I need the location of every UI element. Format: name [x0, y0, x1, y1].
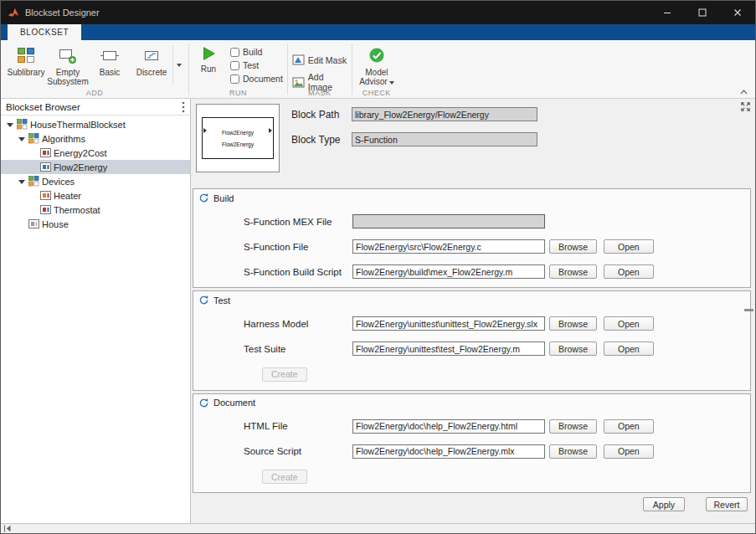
blockset-browser-panel: Blockset Browser H	[1, 99, 191, 523]
open-button[interactable]: Open	[604, 264, 654, 279]
group-label-run: RUN	[189, 89, 287, 97]
expand-arrow-icon[interactable]	[18, 180, 25, 184]
tree-item-devices[interactable]: Devices	[1, 174, 190, 188]
block-icon	[40, 191, 51, 200]
run-label: Run	[201, 64, 216, 74]
browse-button[interactable]: Browse	[549, 316, 597, 331]
create-test-button[interactable]: Create	[262, 367, 307, 382]
harness-model-input[interactable]	[352, 316, 545, 331]
maximize-button[interactable]	[685, 1, 720, 24]
tree-item-label: Algorithms	[42, 134, 85, 144]
preview-block-caption: Flow2Energy	[222, 141, 254, 147]
model-advisor-label: Model Advisor	[359, 68, 388, 86]
sublibrary-button[interactable]: Sublibrary	[5, 43, 47, 87]
expand-icon	[740, 101, 751, 112]
browser-title: Blockset Browser	[6, 102, 80, 112]
expand-arrow-icon[interactable]	[7, 123, 13, 127]
ribbon-tabband: BLOCKSET	[1, 24, 755, 40]
chevron-down-icon	[389, 81, 394, 85]
preview-block-name: Flow2Energy	[222, 130, 254, 136]
tree-item-algorithms[interactable]: Algorithms	[1, 131, 190, 146]
blockset-icon	[17, 119, 28, 130]
browse-button[interactable]: Browse	[549, 239, 597, 254]
source-script-label: Source Script	[244, 446, 352, 456]
checkbox-document[interactable]: Document	[230, 74, 283, 84]
build-checkbox-label: Build	[243, 47, 262, 57]
group-label-add: ADD	[1, 89, 188, 97]
html-file-input[interactable]	[352, 419, 545, 434]
blockset-tree: HouseThermalBlockset Algorithms	[1, 116, 190, 231]
discrete-button[interactable]: Discrete	[131, 43, 172, 87]
scrollbar-thumb[interactable]	[744, 309, 753, 311]
create-document-button[interactable]: Create	[262, 470, 307, 484]
open-button[interactable]: Open	[604, 239, 654, 254]
group-label-check: CHECK	[352, 89, 401, 97]
browse-button[interactable]: Browse	[549, 419, 597, 434]
browser-menu-button[interactable]	[182, 101, 185, 113]
matlab-logo-icon	[8, 7, 19, 18]
browse-button[interactable]: Browse	[549, 444, 597, 459]
tree-item-label: Thermostat	[54, 205, 100, 215]
collapse-ribbon-button[interactable]	[739, 88, 748, 95]
apply-button[interactable]: Apply	[643, 497, 685, 511]
tree-item-house[interactable]: House	[1, 217, 190, 231]
open-button[interactable]: Open	[604, 341, 654, 356]
run-button[interactable]: Run	[193, 43, 224, 87]
section-build: Build S-Function MEX File S-Function Fil…	[193, 188, 751, 288]
test-suite-input[interactable]	[352, 341, 545, 356]
status-bar	[1, 523, 755, 533]
checkbox-test[interactable]: Test	[230, 60, 283, 70]
build-checkbox-input[interactable]	[230, 48, 239, 57]
model-advisor-button[interactable]: Model Advisor	[357, 43, 397, 87]
harness-model-label: Harness Model	[244, 319, 352, 329]
window-titlebar: Blockset Designer	[1, 1, 755, 24]
tree-item-thermostat[interactable]: Thermostat	[1, 203, 190, 217]
edit-mask-icon	[292, 54, 305, 66]
edit-mask-label: Edit Mask	[308, 55, 347, 65]
ribbon-group-add: Sublibrary Empty Subsystem	[1, 40, 188, 98]
build-section-icon	[198, 193, 209, 203]
test-checkbox-input[interactable]	[230, 61, 239, 70]
block-icon	[40, 148, 51, 157]
revert-button[interactable]: Revert	[706, 497, 748, 511]
collapse-panel-button[interactable]	[3, 524, 13, 533]
tree-item-housethermalblockset[interactable]: HouseThermalBlockset	[1, 117, 190, 131]
browse-button[interactable]: Browse	[549, 264, 597, 279]
block-icon	[40, 205, 51, 214]
basic-button[interactable]: Basic	[89, 43, 131, 87]
minimize-button[interactable]	[650, 1, 685, 24]
empty-subsystem-button[interactable]: Empty Subsystem	[47, 43, 89, 87]
browse-button[interactable]: Browse	[549, 341, 597, 356]
open-button[interactable]: Open	[604, 444, 654, 459]
document-checkbox-input[interactable]	[230, 74, 239, 84]
tab-blockset[interactable]: BLOCKSET	[8, 24, 81, 40]
build-section-title: Build	[213, 193, 234, 203]
add-dropdown-button[interactable]	[173, 43, 184, 87]
close-button[interactable]	[720, 1, 755, 24]
window-title: Blockset Designer	[25, 8, 100, 18]
expand-preview-button[interactable]	[740, 101, 751, 112]
tree-item-label: Energy2Cost	[54, 148, 107, 158]
open-button[interactable]: Open	[604, 316, 654, 331]
tree-item-flow2energy[interactable]: Flow2Energy	[1, 160, 190, 174]
sfunction-mex-label: S-Function MEX File	[244, 217, 352, 227]
model-advisor-icon	[368, 44, 385, 66]
block-path-label: Block Path	[291, 109, 352, 121]
sfunction-file-input[interactable]	[352, 239, 545, 254]
tree-item-heater[interactable]: Heater	[1, 188, 190, 203]
source-script-input[interactable]	[352, 444, 545, 459]
tree-item-energy2cost[interactable]: Energy2Cost	[1, 146, 190, 160]
basic-block-icon	[100, 44, 119, 66]
expand-arrow-icon[interactable]	[18, 137, 25, 141]
edit-mask-button[interactable]: Edit Mask	[292, 54, 347, 66]
sfunction-build-script-input[interactable]	[352, 264, 545, 279]
tree-item-label: Heater	[54, 191, 81, 201]
checkbox-build[interactable]: Build	[230, 47, 283, 57]
tree-item-label: Flow2Energy	[54, 162, 107, 172]
section-document: Document HTML File Browse Open Source Sc…	[193, 393, 751, 494]
tree-item-label: Devices	[42, 177, 75, 187]
block-type-field	[352, 132, 537, 146]
discrete-label: Discrete	[136, 68, 167, 77]
test-checkbox-label: Test	[243, 60, 259, 70]
open-button[interactable]: Open	[604, 419, 654, 434]
